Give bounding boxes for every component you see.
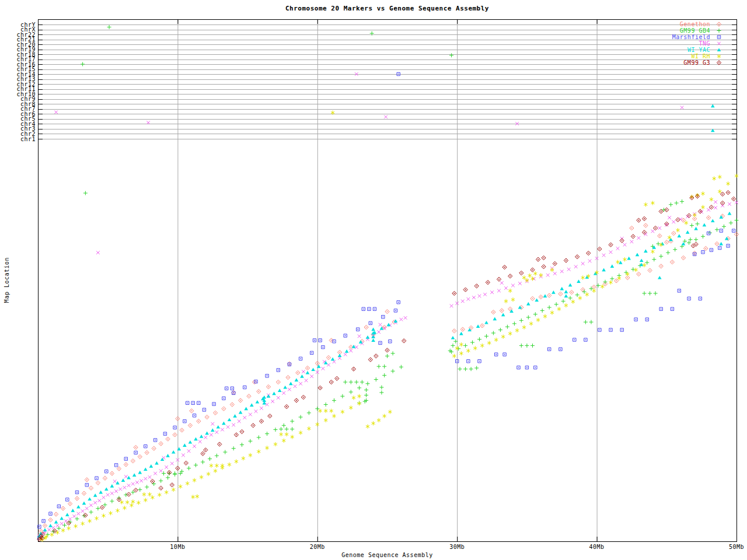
x-tick-label-40Mb: 40Mb xyxy=(580,544,615,550)
data-points xyxy=(38,72,738,540)
square-dot-marker-icon xyxy=(714,34,724,40)
legend-entry-label: TNG xyxy=(699,40,710,47)
marker-glyph xyxy=(717,48,721,51)
legend-entry-genethon: Genethon xyxy=(672,21,724,27)
data-points xyxy=(38,72,735,539)
marker-center-dot xyxy=(718,24,720,25)
series-gm99-g3 xyxy=(37,191,736,542)
data-points xyxy=(37,104,731,538)
legend-entry-wi-yac: WI YAC xyxy=(672,47,724,53)
diamond-dot-marker-icon xyxy=(714,60,724,66)
data-point-dots xyxy=(40,216,737,536)
data-point-dots xyxy=(39,192,734,540)
legend-entry-label: GM99 GB4 xyxy=(680,27,710,34)
x-tick-label-10Mb: 10Mb xyxy=(160,544,195,550)
legend-entry-marshfield: Marshfield xyxy=(672,34,724,40)
marker-glyph xyxy=(717,42,721,46)
chart: Chromosome 20 Markers vs Genome Sequence… xyxy=(0,0,747,560)
x-tick-label-20Mb: 20Mb xyxy=(300,544,335,550)
asterisk-marker-icon xyxy=(714,53,724,60)
x-marker-icon xyxy=(714,40,724,47)
plot-svg xyxy=(0,0,747,560)
series-genethon xyxy=(38,214,739,537)
plus-marker-icon xyxy=(714,27,724,34)
legend-entry-label: GM99 G3 xyxy=(683,60,710,66)
data-point-dots xyxy=(39,74,734,538)
legend-entry-gm99-gb4: GM99 GB4 xyxy=(672,27,724,34)
legend-entry-gm99-g3: GM99 G3 xyxy=(672,60,724,66)
x-axis-title: Genome Sequence Assembly xyxy=(38,552,736,558)
data-points xyxy=(40,25,739,539)
x-tick-label-50Mb: 50Mb xyxy=(719,544,747,550)
data-points xyxy=(38,214,739,537)
diamond-dot-marker-icon xyxy=(714,21,724,27)
marker-glyph xyxy=(717,54,721,58)
marker-glyph xyxy=(717,29,721,33)
marker-center-dot xyxy=(718,37,720,38)
triangle-filled-marker-icon xyxy=(714,47,724,53)
legend: GenethonGM99 GB4MarshfieldTNGWI YACWI RH… xyxy=(672,21,724,66)
legend-entry-label: Marshfield xyxy=(672,34,710,40)
y-axis-title: Map Location xyxy=(4,257,10,303)
legend-entry-label: WI YAC xyxy=(687,47,710,53)
series-gm99-gb4 xyxy=(40,25,739,539)
marker-center-dot xyxy=(718,62,720,64)
series-tng xyxy=(38,72,738,540)
legend-entry-label: WI RH xyxy=(691,53,710,60)
legend-entry-wi-rh: WI RH xyxy=(672,53,724,60)
series-marshfield xyxy=(38,72,735,539)
x-tick-label-30Mb: 30Mb xyxy=(439,544,474,550)
legend-entry-tng: TNG xyxy=(672,40,724,47)
chromosome-label-chr1: chr1 xyxy=(0,136,36,142)
plot-border xyxy=(39,20,737,542)
legend-entry-label: Genethon xyxy=(680,21,710,27)
chart-title: Chromosome 20 Markers vs Genome Sequence… xyxy=(38,5,736,12)
series-wi-yac xyxy=(37,104,731,538)
data-points xyxy=(37,191,736,542)
